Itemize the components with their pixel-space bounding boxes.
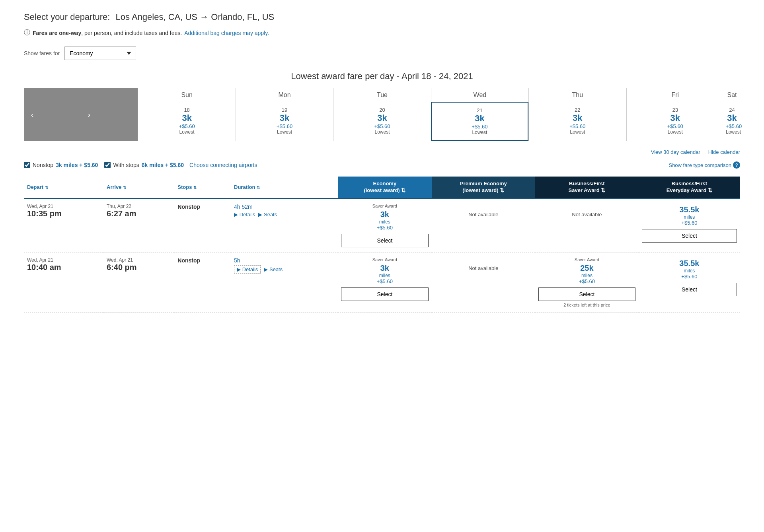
stops-label: With stops [113,162,139,168]
calendar-day-cell[interactable]: 23 3k +$5.60 Lowest [626,102,724,141]
depart-cell: Wed, Apr 21 10:35 pm [24,198,103,252]
view-30-day-link[interactable]: View 30 day calendar [651,149,700,155]
bag-charges-link[interactable]: Additional bag charges may apply. [184,30,269,36]
stops-value: Nonstop [177,257,228,264]
cal-fee: +$5.60 [238,123,331,129]
calendar-day-cell[interactable]: 21 3k +$5.60 Lowest [431,102,528,141]
cal-day-num: 19 [238,107,331,113]
be-miles-word: miles [642,214,737,220]
be-miles-word: miles [642,268,737,274]
duration-value: 4h 52m [234,204,335,210]
business-everyday-select-button[interactable]: Select [642,283,737,296]
business-saver-select-button[interactable]: Select [538,287,635,301]
calendar-day-header: Sat [724,88,740,102]
premium-not-available: Not available [435,204,532,217]
depart-time: 10:35 pm [27,209,100,218]
calendar-next-button[interactable]: › [40,88,138,141]
cal-miles: 3k [140,113,234,123]
col-duration[interactable]: Duration ⇅ [231,177,338,198]
cal-label: Lowest [140,129,234,135]
business-everyday-cell: 35.5k miles +$5.60 Select [639,198,740,252]
fare-selector-row: Show fares for Economy Business First [24,47,740,60]
info-text: Fares are one-way, per person, and inclu… [33,30,182,36]
arrive-date: Thu, Apr 22 [107,204,171,209]
nonstop-label: Nonstop [33,162,53,168]
be-miles: 35.5k [642,205,737,214]
calendar-day-cell[interactable]: 24 3k +$5.60 Lowest [724,102,740,141]
cal-label: Lowest [335,129,429,135]
details-link[interactable]: ▶ Details [234,212,255,217]
choose-airports-link[interactable]: Choose connecting airports [189,162,257,168]
cal-fee: +$5.60 [628,123,722,129]
fare-select[interactable]: Economy Business First [64,47,136,60]
info-icon: ⓘ [24,29,30,37]
arrive-time: 6:27 am [107,209,171,218]
page-title: Select your departure: Los Angeles, CA, … [24,12,740,22]
cal-fee: +$5.60 [530,123,624,129]
row-actions: ▶ Details ▶ Seats [234,210,335,217]
premium-cell: Not available [432,198,535,252]
calendar-links: View 30 day calendar Hide calendar [24,149,740,155]
col-stops[interactable]: Stops ⇅ [174,177,231,198]
calendar-day-cell[interactable]: 18 3k +$5.60 Lowest [138,102,235,141]
cal-miles: 3k [530,113,624,123]
bs-miles: 25k [538,264,635,273]
economy-select-button[interactable]: Select [341,234,428,247]
business-everyday-select-button[interactable]: Select [642,229,737,243]
cal-day-num: 22 [530,107,624,113]
help-icon[interactable]: ? [733,161,740,169]
col-business-everyday: Business/FirstEveryday Award ⇅ [639,177,740,198]
economy-miles: 3k [341,264,428,273]
table-row: Wed, Apr 21 10:40 am Wed, Apr 21 6:40 pm… [24,252,740,312]
cal-fee: +$5.60 [140,123,234,129]
depart-date: Wed, Apr 21 [27,257,100,263]
bs-award-label: Saver Award [538,257,635,262]
cal-label: Lowest [238,129,331,135]
duration-cell: 5h ▶ Details ▶ Seats [231,252,338,312]
economy-fee: +$5.60 [341,225,428,231]
duration-cell: 4h 52m ▶ Details ▶ Seats [231,198,338,252]
cal-label: Lowest [726,129,738,135]
economy-award-label: Saver Award [341,257,428,262]
col-economy: Economy(lowest award) ⇅ [338,177,431,198]
results-table: Depart ⇅ Arrive ⇅ Stops ⇅ Duration ⇅ Eco… [24,177,740,313]
be-miles: 35.5k [642,259,737,268]
calendar-day-cell[interactable]: 19 3k +$5.60 Lowest [236,102,333,141]
premium-not-available: Not available [435,257,532,271]
details-link[interactable]: ▶ Details [234,265,261,274]
with-stops-filter: With stops 6k miles + $5.60 Choose conne… [104,162,257,168]
nonstop-checkbox[interactable] [24,162,30,168]
economy-miles-word: miles [341,219,428,225]
economy-fee: +$5.60 [341,278,428,284]
economy-award-label: Saver Award [341,204,428,208]
fare-comparison-link[interactable]: Show fare type comparison [668,162,731,168]
calendar-day-header: Thu [528,88,626,102]
calendar-day-cell[interactable]: 20 3k +$5.60 Lowest [333,102,431,141]
calendar-day-cell[interactable]: 22 3k +$5.60 Lowest [528,102,626,141]
filter-bar: Nonstop 3k miles + $5.60 With stops 6k m… [24,161,740,169]
depart-date: Wed, Apr 21 [27,204,100,209]
calendar-prev-button[interactable]: ‹ [24,88,40,141]
col-arrive[interactable]: Arrive ⇅ [103,177,174,198]
arrive-time: 6:40 pm [107,263,171,272]
bs-fee: +$5.60 [538,278,635,284]
fare-select-wrapper[interactable]: Economy Business First [64,47,136,60]
seats-link[interactable]: ▶ Seats [258,212,277,217]
economy-miles-word: miles [341,273,428,278]
stops-checkbox[interactable] [104,162,111,168]
cal-label: Lowest [530,129,624,135]
col-business-saver: Business/FirstSaver Award ⇅ [535,177,639,198]
stops-cell: Nonstop [174,198,231,252]
cal-label: Lowest [433,130,526,135]
cal-miles: 3k [628,113,722,123]
economy-select-button[interactable]: Select [341,287,428,301]
economy-cell: Saver Award 3k miles +$5.60 Select [338,198,431,252]
calendar-grid: ‹SunMonTueWedThuFriSat› 18 3k +$5.60 Low… [24,88,740,141]
premium-cell: Not available [432,252,535,312]
hide-calendar-link[interactable]: Hide calendar [708,149,740,155]
economy-miles: 3k [341,210,428,219]
col-depart[interactable]: Depart ⇅ [24,177,103,198]
calendar-day-header: Tue [333,88,431,102]
cal-day-num: 21 [433,107,526,113]
seats-link[interactable]: ▶ Seats [264,265,283,274]
